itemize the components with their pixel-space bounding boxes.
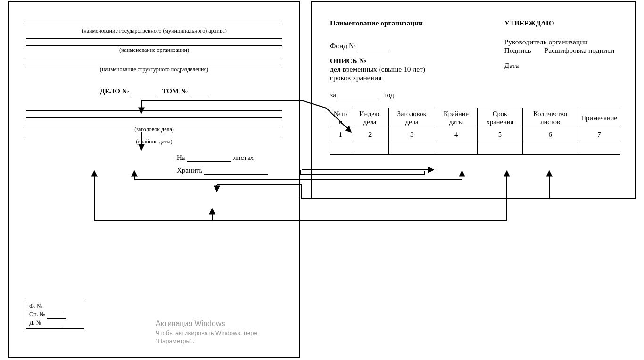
org-label: Наименование организации xyxy=(330,19,498,27)
sheets-suffix: листах xyxy=(233,154,254,161)
watermark-sub1: Чтобы активировать Windows, пере xyxy=(156,329,257,337)
sheets-prefix: На xyxy=(177,154,185,161)
col-index: Индекс дела xyxy=(351,108,389,128)
case-cover-form: (наименование государственного (муниципа… xyxy=(8,1,300,358)
inventory-form: Наименование организации Фонд № ОПИСЬ № … xyxy=(311,1,636,199)
sign-label: Подпись xyxy=(504,46,531,55)
windows-activation-watermark: Активация Windows Чтобы активировать Win… xyxy=(156,318,257,345)
watermark-title: Активация Windows xyxy=(156,318,257,329)
store-label: Хранить xyxy=(177,167,202,174)
watermark-sub2: "Параметры". xyxy=(156,337,257,345)
volume-label: ТОМ № xyxy=(162,87,188,95)
col-title: Заголовок дела xyxy=(389,108,435,128)
col-term: Срок хранения xyxy=(478,108,523,128)
col-num: № п/п xyxy=(330,108,351,128)
table-header-row: № п/п Индекс дела Заголовок дела Крайние… xyxy=(330,108,620,128)
approve-label: УТВЕРЖДАЮ xyxy=(504,19,620,27)
subdiv-name-group: (наименование структурного подразделения… xyxy=(26,58,282,73)
org-name-caption: (наименование организации) xyxy=(26,47,282,54)
archive-name-group: (наименование государственного (муниципа… xyxy=(26,19,282,34)
archive-name-caption: (наименование государственного (муниципа… xyxy=(26,27,282,34)
col-dates: Крайние даты xyxy=(435,108,477,128)
case-volume-row: ДЕЛО № ТОМ № xyxy=(26,87,282,95)
table-number-row: 1 2 3 4 5 6 7 xyxy=(330,128,620,141)
sign-decode-label: Расшифровка подписи xyxy=(545,46,615,55)
sheet-count-row: На листах xyxy=(177,154,282,162)
inventory-table: № п/п Индекс дела Заголовок дела Крайние… xyxy=(330,108,620,155)
col-sheets: Количество листов xyxy=(522,108,578,128)
opis-sub1: дел временных (свыше 10 лет) xyxy=(330,65,498,74)
head-label: Руководитель организации xyxy=(504,38,620,46)
case-title-caption: (заголовок дела) xyxy=(26,126,282,133)
case-label: ДЕЛО № xyxy=(100,87,129,95)
subdiv-name-caption: (наименование структурного подразделения… xyxy=(26,66,282,73)
date-label: Дата xyxy=(504,61,620,70)
opis-row: ОПИСЬ № xyxy=(330,57,498,65)
year-row: за год xyxy=(330,91,498,99)
store-row: Хранить xyxy=(177,167,282,175)
col-note: Примечание xyxy=(578,108,620,128)
archive-refs-box: Ф. № Оп. № Д. № xyxy=(26,301,84,329)
opis-sub2: сроков хранения xyxy=(330,74,498,82)
table-empty-row xyxy=(330,141,620,155)
org-name-group: (наименование организации) xyxy=(26,38,282,54)
dates-caption: (крайние даты) xyxy=(26,138,282,145)
fund-row: Фонд № xyxy=(330,42,498,50)
